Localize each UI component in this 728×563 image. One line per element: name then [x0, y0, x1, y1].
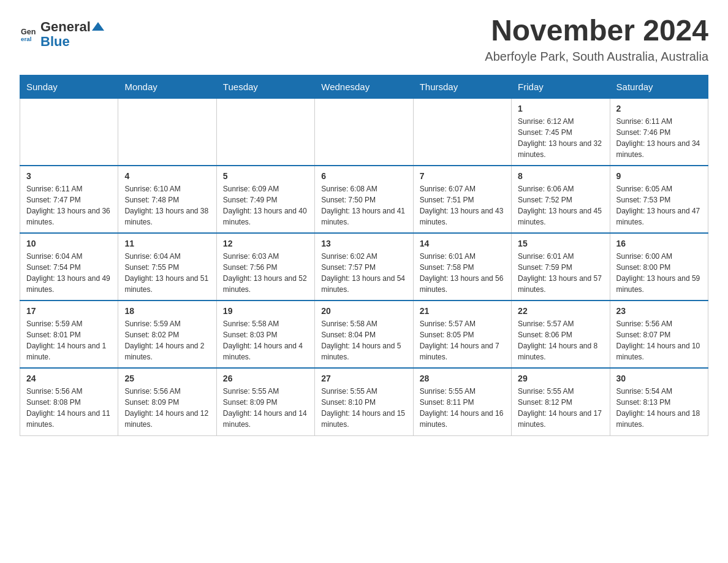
day-info: Sunrise: 5:55 AMSunset: 8:12 PMDaylight:… — [518, 386, 603, 430]
day-info: Sunrise: 5:55 AMSunset: 8:11 PMDaylight:… — [420, 386, 505, 430]
day-cell: 4Sunrise: 6:10 AMSunset: 7:48 PMDaylight… — [118, 166, 216, 233]
day-number: 17 — [26, 306, 112, 316]
day-number: 1 — [518, 104, 603, 113]
day-cell: 8Sunrise: 6:06 AMSunset: 7:52 PMDaylight… — [512, 166, 610, 233]
day-cell: 20Sunrise: 5:58 AMSunset: 8:04 PMDayligh… — [315, 301, 413, 368]
day-number: 2 — [616, 104, 702, 113]
day-cell: 3Sunrise: 6:11 AMSunset: 7:47 PMDaylight… — [20, 166, 118, 233]
day-cell: 24Sunrise: 5:56 AMSunset: 8:08 PMDayligh… — [20, 368, 118, 435]
day-number: 28 — [420, 373, 505, 383]
day-number: 24 — [26, 373, 112, 383]
day-cell: 15Sunrise: 6:01 AMSunset: 7:59 PMDayligh… — [512, 233, 610, 301]
day-number: 8 — [518, 171, 603, 181]
day-number: 25 — [124, 373, 210, 383]
week-row-5: 24Sunrise: 5:56 AMSunset: 8:08 PMDayligh… — [20, 368, 708, 435]
day-cell — [118, 98, 216, 166]
day-info: Sunrise: 6:07 AMSunset: 7:51 PMDaylight:… — [420, 183, 505, 228]
day-info: Sunrise: 6:01 AMSunset: 7:59 PMDaylight:… — [518, 251, 603, 295]
day-number: 12 — [223, 239, 308, 248]
day-info: Sunrise: 5:57 AMSunset: 8:06 PMDaylight:… — [518, 318, 603, 362]
column-header-friday: Friday — [512, 75, 610, 98]
day-number: 29 — [518, 373, 603, 383]
day-cell: 10Sunrise: 6:04 AMSunset: 7:54 PMDayligh… — [20, 233, 118, 301]
day-number: 26 — [223, 373, 308, 383]
day-cell: 18Sunrise: 5:59 AMSunset: 8:02 PMDayligh… — [118, 301, 216, 368]
day-cell: 29Sunrise: 5:55 AMSunset: 8:12 PMDayligh… — [512, 368, 610, 435]
day-cell: 25Sunrise: 5:56 AMSunset: 8:09 PMDayligh… — [118, 368, 216, 435]
day-info: Sunrise: 5:55 AMSunset: 8:10 PMDaylight:… — [321, 386, 406, 430]
day-info: Sunrise: 5:54 AMSunset: 8:13 PMDaylight:… — [616, 386, 702, 430]
logo: Gen eral General Blue — [20, 20, 105, 49]
day-info: Sunrise: 6:12 AMSunset: 7:45 PMDaylight:… — [518, 116, 603, 160]
day-number: 7 — [420, 171, 505, 181]
month-title: November 2024 — [485, 15, 708, 47]
day-cell: 30Sunrise: 5:54 AMSunset: 8:13 PMDayligh… — [610, 368, 708, 435]
day-info: Sunrise: 6:02 AMSunset: 7:57 PMDaylight:… — [321, 251, 406, 295]
day-cell — [315, 98, 413, 166]
day-number: 18 — [124, 306, 210, 316]
day-cell: 2Sunrise: 6:11 AMSunset: 7:46 PMDaylight… — [610, 98, 708, 166]
day-number: 4 — [124, 171, 210, 181]
day-info: Sunrise: 6:11 AMSunset: 7:47 PMDaylight:… — [26, 183, 112, 228]
day-number: 9 — [616, 171, 702, 181]
page-header: Gen eral General Blue November 2024 Aber… — [20, 15, 708, 64]
day-cell: 17Sunrise: 5:59 AMSunset: 8:01 PMDayligh… — [20, 301, 118, 368]
day-number: 5 — [223, 171, 308, 181]
day-number: 21 — [420, 306, 505, 316]
logo-general-text: General — [40, 19, 91, 34]
day-cell: 6Sunrise: 6:08 AMSunset: 7:50 PMDaylight… — [315, 166, 413, 233]
week-row-1: 1Sunrise: 6:12 AMSunset: 7:45 PMDaylight… — [20, 98, 708, 166]
day-info: Sunrise: 6:03 AMSunset: 7:56 PMDaylight:… — [223, 251, 308, 295]
day-cell: 12Sunrise: 6:03 AMSunset: 7:56 PMDayligh… — [216, 233, 314, 301]
svg-text:eral: eral — [21, 36, 32, 42]
day-info: Sunrise: 5:55 AMSunset: 8:09 PMDaylight:… — [223, 386, 308, 430]
day-cell: 7Sunrise: 6:07 AMSunset: 7:51 PMDaylight… — [413, 166, 511, 233]
column-header-monday: Monday — [118, 75, 216, 98]
day-info: Sunrise: 5:56 AMSunset: 8:08 PMDaylight:… — [26, 386, 112, 430]
week-row-3: 10Sunrise: 6:04 AMSunset: 7:54 PMDayligh… — [20, 233, 708, 301]
day-cell: 22Sunrise: 5:57 AMSunset: 8:06 PMDayligh… — [512, 301, 610, 368]
day-info: Sunrise: 5:57 AMSunset: 8:05 PMDaylight:… — [420, 318, 505, 362]
day-cell: 1Sunrise: 6:12 AMSunset: 7:45 PMDaylight… — [512, 98, 610, 166]
day-cell: 28Sunrise: 5:55 AMSunset: 8:11 PMDayligh… — [413, 368, 511, 435]
day-number: 27 — [321, 373, 406, 383]
day-number: 15 — [518, 239, 603, 248]
column-header-wednesday: Wednesday — [315, 75, 413, 98]
day-info: Sunrise: 6:01 AMSunset: 7:58 PMDaylight:… — [420, 251, 505, 295]
day-number: 23 — [616, 306, 702, 316]
column-header-sunday: Sunday — [20, 75, 118, 98]
title-area: November 2024 Aberfoyle Park, South Aust… — [485, 15, 708, 64]
day-number: 30 — [616, 373, 702, 383]
column-header-tuesday: Tuesday — [216, 75, 314, 98]
day-info: Sunrise: 5:59 AMSunset: 8:01 PMDaylight:… — [26, 318, 112, 362]
day-number: 14 — [420, 239, 505, 248]
day-info: Sunrise: 5:59 AMSunset: 8:02 PMDaylight:… — [124, 318, 210, 362]
day-number: 11 — [124, 239, 210, 248]
day-cell: 16Sunrise: 6:00 AMSunset: 8:00 PMDayligh… — [610, 233, 708, 301]
day-cell: 26Sunrise: 5:55 AMSunset: 8:09 PMDayligh… — [216, 368, 314, 435]
day-info: Sunrise: 6:04 AMSunset: 7:54 PMDaylight:… — [26, 251, 112, 295]
day-number: 13 — [321, 239, 406, 248]
day-cell — [216, 98, 314, 166]
day-cell: 5Sunrise: 6:09 AMSunset: 7:49 PMDaylight… — [216, 166, 314, 233]
day-cell: 23Sunrise: 5:56 AMSunset: 8:07 PMDayligh… — [610, 301, 708, 368]
day-cell: 9Sunrise: 6:05 AMSunset: 7:53 PMDaylight… — [610, 166, 708, 233]
calendar-table: SundayMondayTuesdayWednesdayThursdayFrid… — [20, 75, 708, 436]
column-header-saturday: Saturday — [610, 75, 708, 98]
day-cell: 14Sunrise: 6:01 AMSunset: 7:58 PMDayligh… — [413, 233, 511, 301]
day-info: Sunrise: 6:11 AMSunset: 7:46 PMDaylight:… — [616, 116, 702, 160]
day-cell — [413, 98, 511, 166]
svg-text:Gen: Gen — [21, 28, 36, 36]
day-info: Sunrise: 6:00 AMSunset: 8:00 PMDaylight:… — [616, 251, 702, 295]
day-info: Sunrise: 5:58 AMSunset: 8:04 PMDaylight:… — [321, 318, 406, 362]
day-info: Sunrise: 6:06 AMSunset: 7:52 PMDaylight:… — [518, 183, 603, 228]
day-info: Sunrise: 5:56 AMSunset: 8:07 PMDaylight:… — [616, 318, 702, 362]
day-info: Sunrise: 5:58 AMSunset: 8:03 PMDaylight:… — [223, 318, 308, 362]
day-cell: 21Sunrise: 5:57 AMSunset: 8:05 PMDayligh… — [413, 301, 511, 368]
calendar-header-row: SundayMondayTuesdayWednesdayThursdayFrid… — [20, 75, 708, 98]
day-cell — [20, 98, 118, 166]
day-cell: 13Sunrise: 6:02 AMSunset: 7:57 PMDayligh… — [315, 233, 413, 301]
day-cell: 11Sunrise: 6:04 AMSunset: 7:55 PMDayligh… — [118, 233, 216, 301]
day-info: Sunrise: 6:10 AMSunset: 7:48 PMDaylight:… — [124, 183, 210, 228]
day-number: 20 — [321, 306, 406, 316]
